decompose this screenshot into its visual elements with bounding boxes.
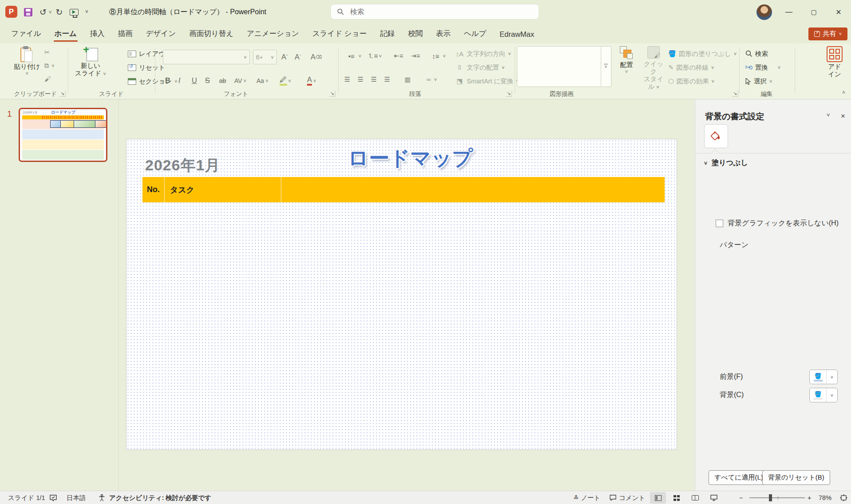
font-name-combo[interactable]: ˅	[163, 50, 250, 64]
apply-to-all-button[interactable]: すべてに適用(L)	[709, 470, 769, 485]
powerpoint-app-icon[interactable]: P	[5, 6, 17, 18]
new-slide-button[interactable]: + 新しい スライド ˅	[74, 46, 107, 78]
slide-month-title[interactable]: 2026年1月	[145, 155, 221, 176]
drawing-dialog-launcher[interactable]: ↘	[732, 91, 738, 97]
tab-校閲[interactable]: 校閲	[401, 25, 429, 43]
text-direction-button[interactable]: ↕A文字列の方向˅	[455, 47, 511, 60]
arrange-button[interactable]: 配置 ˅	[615, 46, 638, 74]
tab-画面切り替え[interactable]: 画面切り替え	[182, 25, 240, 43]
decrease-indent-button[interactable]: ⇤≡	[394, 50, 403, 62]
font-size-combo[interactable]: 6+˅	[253, 50, 277, 64]
roadmap-table[interactable]: No. タスク	[142, 177, 665, 202]
font-dialog-launcher[interactable]: ↘	[329, 91, 335, 97]
tab-スライド ショー[interactable]: スライド ショー	[306, 25, 373, 43]
save-button[interactable]	[20, 4, 35, 20]
foreground-dropdown-icon[interactable]: ˅	[827, 374, 837, 380]
shape-gallery-scroll[interactable]: ˅	[601, 47, 611, 86]
line-spacing-button[interactable]: ↕≡˅	[431, 50, 445, 62]
change-case-button[interactable]: Aa˅	[256, 73, 268, 88]
slide-editing-area[interactable]: 2026年1月 ロードマップ No. タスク	[119, 99, 695, 491]
character-spacing-button[interactable]: AV˅	[234, 73, 246, 88]
justify-button[interactable]: ☰	[384, 73, 390, 86]
select-button[interactable]: 選択˅	[745, 75, 772, 87]
bullets-button[interactable]: •≡˅	[347, 50, 361, 62]
highlight-color-button[interactable]: 🖉˅	[280, 73, 291, 88]
zoom-out-button[interactable]: −	[739, 491, 743, 504]
panel-close-icon[interactable]: ×	[841, 112, 845, 121]
maximize-button[interactable]: ▢	[801, 0, 826, 24]
zoom-in-button[interactable]: +	[808, 491, 811, 504]
shape-outline-button[interactable]: ✎図形の枠線˅	[668, 61, 714, 74]
slide-canvas[interactable]: 2026年1月 ロードマップ No. タスク	[126, 139, 677, 450]
background-color-button[interactable]: 🪣 ˅	[809, 388, 838, 402]
align-text-button[interactable]: ⇳文字の配置˅	[455, 61, 504, 74]
normal-view-button[interactable]	[650, 492, 666, 504]
slideshow-view-button[interactable]	[706, 492, 722, 504]
slide-thumbnail[interactable]: 2026年1月 ロードマップ	[19, 108, 107, 162]
increase-font-button[interactable]: Aˆ	[281, 50, 288, 64]
decrease-font-button[interactable]: Aˇ	[295, 50, 301, 64]
clear-formatting-button[interactable]: A⌫	[311, 50, 322, 64]
numbering-button[interactable]: ⒈≡˅	[367, 50, 382, 62]
tab-アニメーション[interactable]: アニメーション	[240, 25, 306, 43]
align-center-button[interactable]: ☰	[358, 73, 363, 86]
background-dropdown-icon[interactable]: ˅	[827, 393, 837, 398]
convert-smartart-button[interactable]: ⬔SmartArt に変換˅	[455, 75, 519, 87]
tab-ヘルプ[interactable]: ヘルプ	[457, 25, 493, 43]
double-strike-button[interactable]: ab	[219, 73, 226, 88]
zoom-slider[interactable]	[749, 497, 805, 498]
tab-デザイン[interactable]: デザイン	[139, 25, 183, 43]
align-left-button[interactable]: ☰	[344, 73, 350, 86]
redo-button[interactable]: ↻	[51, 4, 67, 20]
accessibility-icon[interactable]	[98, 491, 105, 504]
underline-button[interactable]: U	[192, 73, 197, 88]
increase-indent-button[interactable]: ⇥≡	[411, 50, 420, 62]
account-avatar[interactable]	[756, 4, 772, 20]
start-slideshow-button[interactable]	[67, 4, 82, 20]
fill-tab-button[interactable]	[704, 124, 728, 148]
collapse-ribbon-button[interactable]: ˄	[842, 90, 845, 96]
customize-qat-button[interactable]: ˅	[82, 4, 91, 20]
font-color-button[interactable]: A˅	[307, 73, 316, 88]
reset-button[interactable]: リセット	[128, 61, 165, 74]
replace-button[interactable]: ᵇ⟲ 置換˅	[745, 61, 780, 74]
tab-表示[interactable]: 表示	[429, 25, 457, 43]
strikethrough-button[interactable]: S	[205, 73, 210, 88]
copy-button[interactable]: ⧉ ˅	[44, 59, 55, 72]
addins-button[interactable]: アド イン	[823, 46, 846, 78]
foreground-color-button[interactable]: 🪣 ˅	[809, 370, 838, 384]
paste-button[interactable]: 貼り付け ˅	[13, 46, 41, 76]
close-button[interactable]: ✕	[826, 0, 851, 24]
shape-fill-button[interactable]: 🪣図形の塗りつぶし˅	[668, 47, 737, 60]
shape-effects-button[interactable]: ⬡図形の効果˅	[668, 75, 714, 87]
tab-ホーム[interactable]: ホーム	[48, 25, 83, 43]
italic-button[interactable]: I	[178, 73, 181, 88]
reset-background-button[interactable]: 背景のリセット(B)	[762, 470, 830, 485]
reading-view-button[interactable]	[687, 492, 703, 504]
undo-button[interactable]: ↺	[35, 4, 51, 20]
clipboard-dialog-launcher[interactable]: ↘	[59, 91, 66, 97]
columns-button[interactable]: ▥	[405, 73, 411, 86]
paragraph-dialog-launcher[interactable]: ↘	[506, 91, 512, 97]
column-options-button[interactable]: ≂˅	[426, 73, 437, 86]
share-button[interactable]: 共有 ˅	[808, 28, 847, 40]
accessibility-status[interactable]: アクセシビリティ: 検討が必要です	[109, 491, 211, 504]
search-box[interactable]	[331, 4, 539, 20]
slide-wordart-title[interactable]: ロードマップ	[333, 145, 488, 172]
notes-button[interactable]: ≛ノート	[573, 491, 600, 504]
comments-button[interactable]: コメント	[610, 491, 645, 504]
spellcheck-icon[interactable]	[50, 491, 57, 504]
quick-styles-button[interactable]: クイック スタイル ˅	[641, 46, 666, 91]
cut-button[interactable]: ✂	[44, 46, 50, 59]
hide-background-checkbox[interactable]: 背景グラフィックを表示しない(H)	[716, 219, 839, 228]
tab-EdrawMax[interactable]: EdrawMax	[493, 26, 541, 43]
fill-section-header[interactable]: ˅ 塗りつぶし	[704, 158, 748, 168]
zoom-slider-thumb[interactable]	[769, 494, 772, 501]
tab-記録[interactable]: 記録	[373, 25, 401, 43]
slide-sorter-view-button[interactable]	[669, 492, 685, 504]
minimize-button[interactable]: —	[776, 0, 801, 24]
language-indicator[interactable]: 日本語	[67, 491, 86, 504]
format-painter-button[interactable]: 🖌	[44, 73, 51, 85]
align-right-button[interactable]: ☰	[371, 73, 377, 86]
zoom-level[interactable]: 78%	[819, 491, 831, 504]
